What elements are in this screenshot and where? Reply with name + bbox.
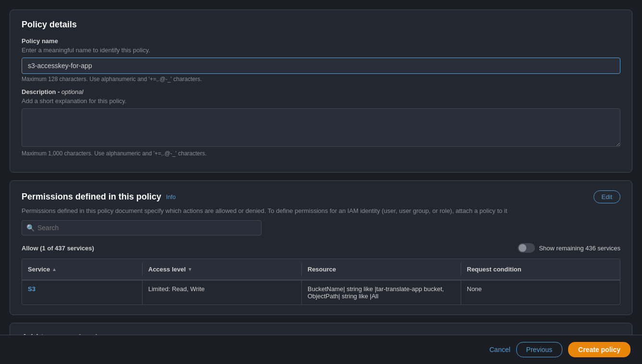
policy-name-input[interactable] bbox=[22, 58, 620, 74]
search-wrapper: 🔍 bbox=[22, 220, 620, 235]
permissions-section: Permissions defined in this policy Info … bbox=[10, 180, 632, 315]
td-resource: BucketName| string like |tar-translate-a… bbox=[301, 281, 461, 305]
td-access-level: Limited: Read, Write bbox=[142, 281, 301, 305]
policy-name-description: Enter a meaningful name to identify this… bbox=[22, 47, 620, 54]
permissions-title-row: Permissions defined in this policy Info bbox=[22, 192, 176, 202]
td-service: S3 bbox=[22, 281, 142, 305]
create-policy-button[interactable]: Create policy bbox=[568, 342, 630, 357]
policy-name-label: Policy name bbox=[22, 37, 620, 45]
toggle-label: Show remaining 436 services bbox=[539, 245, 620, 252]
allow-header-row: Allow (1 of 437 services) Show remaining… bbox=[22, 243, 620, 253]
description-hint-text: Add a short explanation for this policy. bbox=[22, 97, 620, 105]
th-access-level[interactable]: Access level ▼ bbox=[142, 263, 301, 276]
policy-name-hint: Maximum 128 characters. Use alphanumeric… bbox=[22, 76, 620, 82]
allow-label: Allow (1 of 437 services) bbox=[22, 245, 94, 252]
description-textarea[interactable] bbox=[22, 108, 620, 147]
policy-details-title: Policy details bbox=[22, 20, 620, 30]
table-row: S3 Limited: Read, Write BucketName| stri… bbox=[22, 280, 620, 305]
permissions-info-link[interactable]: Info bbox=[166, 194, 176, 200]
edit-button[interactable]: Edit bbox=[594, 190, 620, 203]
previous-button[interactable]: Previous bbox=[516, 342, 562, 357]
search-icon: 🔍 bbox=[26, 224, 35, 232]
toggle-row: Show remaining 436 services bbox=[518, 243, 620, 253]
show-remaining-toggle[interactable] bbox=[518, 243, 535, 253]
th-request-condition: Request condition bbox=[461, 263, 620, 276]
permissions-description: Permissions defined in this policy docum… bbox=[22, 207, 620, 214]
cancel-button[interactable]: Cancel bbox=[489, 346, 511, 353]
description-label: Description - optional bbox=[22, 88, 620, 95]
policy-details-section: Policy details Policy name Enter a meani… bbox=[10, 10, 632, 173]
table-header: Service ▲ Access level ▼ Resource Reques… bbox=[22, 259, 620, 280]
permissions-search-input[interactable] bbox=[22, 220, 262, 235]
description-hint: Maximum 1,000 characters. Use alphanumer… bbox=[22, 150, 620, 157]
policy-name-field: Policy name Enter a meaningful name to i… bbox=[22, 37, 620, 82]
th-resource: Resource bbox=[301, 263, 461, 276]
permissions-title: Permissions defined in this policy bbox=[22, 192, 161, 202]
sort-asc-icon: ▲ bbox=[52, 267, 57, 272]
th-service[interactable]: Service ▲ bbox=[22, 263, 142, 276]
action-bar: Cancel Previous Create policy bbox=[0, 335, 642, 364]
description-field: Description - optional Add a short expla… bbox=[22, 88, 620, 157]
sort-desc-icon: ▼ bbox=[188, 267, 192, 272]
td-request-condition: None bbox=[461, 281, 620, 305]
permissions-table: Service ▲ Access level ▼ Resource Reques… bbox=[22, 258, 620, 305]
s3-service-link[interactable]: S3 bbox=[28, 285, 36, 293]
permissions-header-row: Permissions defined in this policy Info … bbox=[22, 190, 620, 203]
